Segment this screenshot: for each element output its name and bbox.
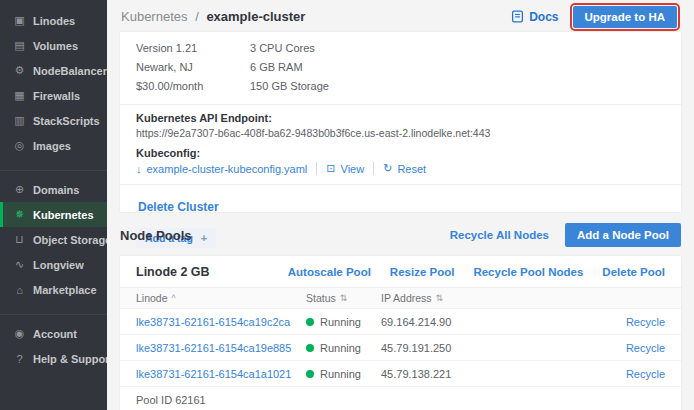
sidebar-item-label: Volumes	[33, 40, 78, 52]
node-pools-actions: Recycle All Nodes Add a Node Pool	[450, 223, 681, 247]
cluster-cpu: 3 CPU Cores	[250, 42, 665, 54]
docs-icon	[511, 10, 524, 23]
delete-pool-link[interactable]: Delete Pool	[602, 266, 665, 278]
recycle-node-link[interactable]: Recycle	[626, 342, 665, 354]
sidebar-item-stackscripts[interactable]: ▥ StackScripts	[0, 108, 107, 133]
help-icon: ?	[13, 353, 26, 365]
kubeconfig-block: Kubeconfig: ↓ example-cluster-kubeconfig…	[136, 147, 665, 175]
sidebar-item-object-storage[interactable]: ⊔ Object Storage	[0, 227, 107, 252]
node-status: Running	[306, 316, 381, 328]
view-label: View	[341, 163, 365, 175]
node-ip: 45.79.191.250	[381, 342, 595, 354]
sidebar-item-label: Linodes	[33, 15, 75, 27]
app-window: ▣ Linodes ▤ Volumes ⚙ NodeBalancers ▦ Fi…	[0, 0, 694, 410]
topbar: Kubernetes / example-cluster Docs Upgrad…	[107, 0, 694, 32]
status-label: Running	[320, 368, 361, 380]
firewalls-icon: ▦	[13, 89, 26, 102]
kubernetes-icon: ✵	[13, 208, 26, 221]
node-linode-link[interactable]: lke38731-62161-6154ca19c2ca	[136, 316, 306, 328]
domains-icon: ⊕	[13, 183, 26, 196]
sidebar-item-label: Help & Support	[33, 353, 107, 365]
main-content: Kubernetes / example-cluster Docs Upgrad…	[107, 0, 694, 410]
sidebar: ▣ Linodes ▤ Volumes ⚙ NodeBalancers ▦ Fi…	[0, 0, 107, 410]
autoscale-pool-link[interactable]: Autoscale Pool	[288, 266, 371, 278]
column-label: Status	[306, 292, 336, 304]
sidebar-item-volumes[interactable]: ▤ Volumes	[0, 33, 107, 58]
cluster-summary-panel: Version 1.21 3 CPU Cores Newark, NJ 6 GB…	[120, 32, 681, 212]
breadcrumb-kubernetes-link[interactable]: Kubernetes	[121, 9, 188, 24]
cluster-price: $30.00/month	[136, 80, 250, 92]
pool-name: Linode 2 GB	[136, 265, 210, 279]
api-endpoint-block: Kubernetes API Endpoint: https://9e2a730…	[136, 112, 665, 139]
images-icon: ◎	[13, 139, 26, 152]
sidebar-item-label: StackScripts	[33, 115, 100, 127]
sidebar-item-label: Firewalls	[33, 90, 80, 102]
recycle-node-link[interactable]: Recycle	[626, 316, 665, 328]
sidebar-item-label: Account	[33, 328, 77, 340]
kubeconfig-reset-link[interactable]: ↻ Reset	[373, 162, 426, 175]
sidebar-item-label: Domains	[33, 184, 79, 196]
download-icon: ↓	[136, 163, 142, 175]
sidebar-item-firewalls[interactable]: ▦ Firewalls	[0, 83, 107, 108]
status-label: Running	[320, 342, 361, 354]
kubeconfig-view-link[interactable]: ⊡ View	[316, 162, 364, 175]
view-icon: ⊡	[326, 162, 335, 175]
volumes-icon: ▤	[13, 39, 26, 52]
column-header-status[interactable]: Status ⇅	[306, 292, 381, 304]
pool-header: Linode 2 GB Autoscale Pool Resize Pool R…	[120, 256, 681, 287]
status-label: Running	[320, 316, 361, 328]
sidebar-item-help-support[interactable]: ? Help & Support	[0, 346, 107, 371]
linodes-icon: ▣	[13, 14, 26, 27]
delete-cluster-link[interactable]: Delete Cluster	[138, 200, 219, 214]
sidebar-item-label: NodeBalancers	[33, 65, 107, 77]
plus-icon: +	[201, 232, 207, 244]
table-row: lke38731-62161-6154ca19e885 Running 45.7…	[120, 335, 681, 361]
node-ip: 45.79.138.221	[381, 368, 595, 380]
sidebar-item-marketplace[interactable]: ⌂ Marketplace	[0, 277, 107, 302]
add-node-pool-button[interactable]: Add a Node Pool	[565, 223, 681, 247]
recycle-all-nodes-link[interactable]: Recycle All Nodes	[450, 229, 549, 241]
sort-icon: ⇅	[436, 293, 444, 303]
sidebar-item-label: Object Storage	[33, 234, 107, 246]
sidebar-item-linodes[interactable]: ▣ Linodes	[0, 8, 107, 33]
recycle-node-link[interactable]: Recycle	[626, 368, 665, 380]
sidebar-item-domains[interactable]: ⊕ Domains	[0, 177, 107, 202]
breadcrumb: Kubernetes / example-cluster	[121, 9, 305, 24]
resize-pool-link[interactable]: Resize Pool	[390, 266, 455, 278]
reset-label: Reset	[397, 163, 426, 175]
cluster-region: Newark, NJ	[136, 61, 250, 73]
cluster-storage: 150 GB Storage	[250, 80, 665, 92]
node-linode-link[interactable]: lke38731-62161-6154ca19e885	[136, 342, 306, 354]
status-dot-icon	[306, 344, 314, 352]
docs-link[interactable]: Docs	[511, 10, 558, 24]
sidebar-group-services: ⊕ Domains ✵ Kubernetes ⊔ Object Storage …	[0, 170, 107, 302]
sidebar-item-nodebalancers[interactable]: ⚙ NodeBalancers	[0, 58, 107, 83]
sort-asc-icon: ^	[172, 293, 176, 303]
sort-icon: ⇅	[340, 293, 348, 303]
divider	[120, 184, 681, 185]
upgrade-to-ha-button[interactable]: Upgrade to HA	[573, 6, 678, 28]
sidebar-item-label: Marketplace	[33, 284, 97, 296]
sidebar-item-longview[interactable]: ∿ Longview	[0, 252, 107, 277]
pool-action-links: Autoscale Pool Resize Pool Recycle Pool …	[288, 266, 665, 278]
kubeconfig-download-link[interactable]: ↓ example-cluster-kubeconfig.yaml	[136, 163, 307, 175]
kubeconfig-label: Kubeconfig:	[136, 147, 665, 159]
status-dot-icon	[306, 318, 314, 326]
recycle-pool-nodes-link[interactable]: Recycle Pool Nodes	[473, 266, 583, 278]
api-endpoint-label: Kubernetes API Endpoint:	[136, 112, 665, 124]
node-pool-panel: Linode 2 GB Autoscale Pool Resize Pool R…	[120, 256, 681, 410]
sidebar-item-account[interactable]: ◉ Account	[0, 321, 107, 346]
sidebar-item-label: Kubernetes	[33, 209, 94, 221]
docs-label: Docs	[529, 10, 558, 24]
object-storage-icon: ⊔	[13, 233, 26, 246]
sidebar-item-images[interactable]: ◎ Images	[0, 133, 107, 158]
divider	[120, 104, 681, 105]
api-endpoint-value: https://9e2a7307-b6ac-408f-ba62-9483b0b3…	[136, 127, 665, 139]
node-linode-link[interactable]: lke38731-62161-6154ca1a1021	[136, 368, 306, 380]
sidebar-item-kubernetes[interactable]: ✵ Kubernetes	[0, 202, 107, 227]
column-header-ip-address[interactable]: IP Address ⇅	[381, 292, 595, 304]
table-header-row: Linode ^ Status ⇅ IP Address ⇅	[120, 287, 681, 309]
column-header-linode[interactable]: Linode ^	[136, 292, 306, 304]
cluster-spec-grid: Version 1.21 3 CPU Cores Newark, NJ 6 GB…	[136, 42, 665, 100]
account-icon: ◉	[13, 327, 26, 340]
